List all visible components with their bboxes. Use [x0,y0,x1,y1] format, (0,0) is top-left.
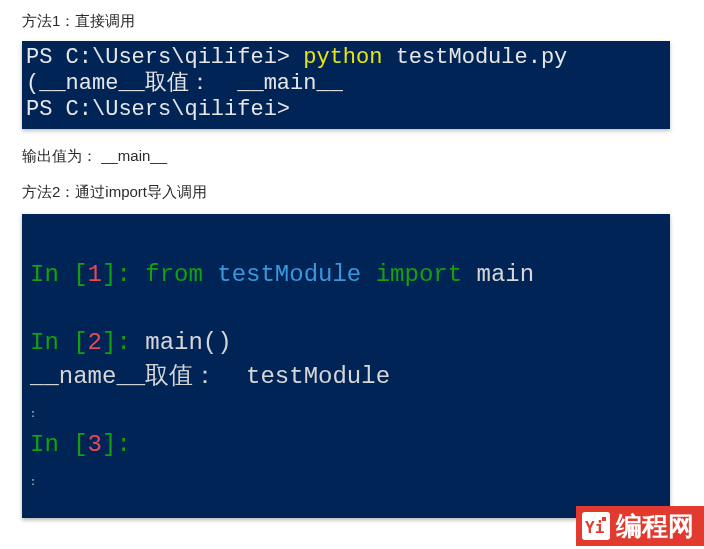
svg-rect-2 [602,517,606,521]
in2-suffix: ]: [102,329,145,356]
method1-heading: 方法1：直接调用 [22,10,694,33]
method2-heading: 方法2：通过import导入调用 [22,181,694,204]
output-value: __main__ [101,147,167,164]
in1-from: from [145,261,203,288]
in3-prefix: In [ [30,431,88,458]
in1-num: 1 [88,261,102,288]
ps-out-label: __name__取值： [39,71,237,96]
ps-cmd-python: python [303,45,382,70]
ps-out-paren: ( [26,71,39,96]
spacer-colon-2: : [30,478,36,488]
in1-module: testModule [203,261,376,288]
in1-import: import [376,261,462,288]
line-output: __name__取值： testModule [30,363,390,390]
in2-call: main() [145,329,231,356]
in3-num: 3 [88,431,102,458]
ps-prompt-2: PS C:\Users\qilifei> [26,97,290,122]
output-note: 输出值为： __main__ [22,145,694,168]
logo-text: 编程网 [616,507,694,546]
ps-cmd-arg: testModule.py [382,45,567,70]
terminal-ipython: In [1]: from testModule import main In [… [22,214,670,518]
in3-suffix: ]: [102,431,131,458]
site-logo: Yi 编程网 [576,506,704,546]
in1-suffix: ]: [102,261,145,288]
spacer-colon: : [30,410,36,420]
in1-name: main [462,261,534,288]
ps-prompt-1: PS C:\Users\qilifei> [26,45,303,70]
ps-out-value: __main__ [237,71,343,96]
terminal-powershell: PS C:\Users\qilifei> python testModule.p… [22,41,670,129]
svg-text:Yi: Yi [585,518,605,537]
in2-num: 2 [88,329,102,356]
in2-prefix: In [ [30,329,88,356]
in1-prefix: In [ [30,261,88,288]
logo-icon: Yi [582,512,610,540]
output-label: 输出值为： [22,147,101,164]
